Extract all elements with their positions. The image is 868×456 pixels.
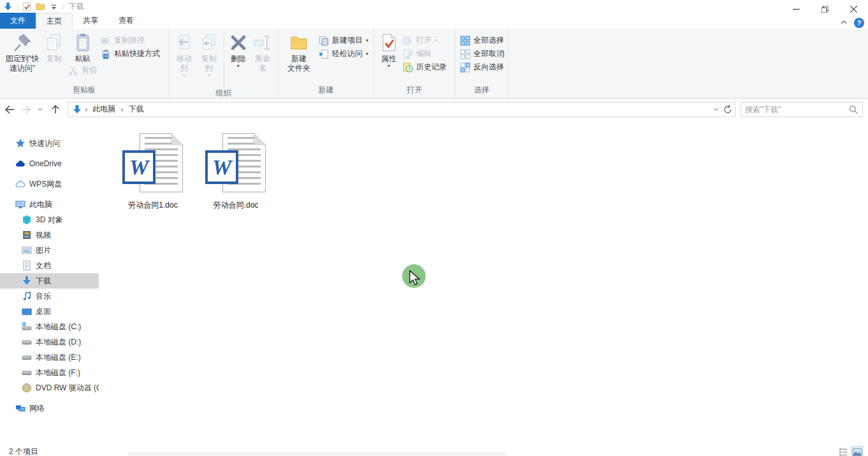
collapse-ribbon-icon[interactable] — [840, 18, 848, 28]
items-count: 2 个项目 — [9, 446, 38, 456]
up-icon[interactable] — [50, 104, 61, 115]
tab-home[interactable]: 主页 — [36, 13, 73, 29]
edit-icon — [403, 49, 413, 59]
sidebar-item-dvd-drive[interactable]: DVD RW 驱动器 (G:) — [0, 380, 99, 395]
new-item-button[interactable]: 新建项目▾ — [317, 34, 370, 47]
copy-to-button[interactable]: 复制到▾ — [196, 31, 221, 78]
tab-file[interactable]: 文件 — [0, 13, 36, 29]
sidebar-item-videos[interactable]: 视频 — [0, 227, 99, 243]
sidebar-item-disk-d[interactable]: 本地磁盘 (D:) — [0, 334, 99, 350]
easy-access-button[interactable]: 轻松访问▾ — [317, 47, 370, 61]
copy-path-button[interactable]: 复制路径 — [99, 34, 162, 47]
sidebar-item-label: 网络 — [29, 403, 45, 414]
properties-icon[interactable] — [22, 2, 32, 11]
breadcrumb-this-pc[interactable]: 此电脑 — [90, 103, 118, 117]
copy-to-icon — [199, 32, 219, 53]
invert-selection-button[interactable]: 反向选择 — [458, 61, 506, 74]
sidebar-item-documents[interactable]: 文档 — [0, 258, 99, 273]
sidebar-item-network[interactable]: 网络 — [0, 401, 99, 416]
divider: | — [17, 3, 18, 10]
file-item[interactable]: W劳动合同.doc — [194, 131, 277, 211]
group-label-clipboard: 剪贴板 — [0, 84, 168, 98]
sidebar-item-wps-cloud[interactable]: WPS网盘 — [0, 176, 99, 192]
ribbon-tab-strip: 文件 主页 共享 查看 ? — [0, 13, 868, 29]
qat-dropdown-icon[interactable] — [49, 2, 59, 11]
back-icon[interactable] — [4, 104, 15, 115]
document-icon — [22, 260, 32, 271]
sidebar-item-label: 快速访问 — [29, 138, 60, 149]
history-icon — [403, 62, 413, 73]
downloads-folder-icon — [72, 104, 82, 115]
file-item[interactable]: W劳动合同1.doc — [112, 131, 194, 211]
files: W劳动合同1.docW劳动合同.doc — [112, 131, 868, 211]
cut-button[interactable]: 剪切 — [66, 64, 99, 77]
address-bar[interactable]: › 此电脑 › 下载 — [68, 102, 735, 117]
sidebar-item-label: 此电脑 — [29, 199, 52, 210]
edit-button[interactable]: 编辑 — [401, 47, 449, 61]
recent-locations-icon[interactable] — [34, 104, 46, 115]
select-all-button[interactable]: 全部选择 — [458, 34, 506, 47]
help-icon[interactable]: ? — [854, 18, 864, 28]
sidebar-item-disk-f[interactable]: 本地磁盘 (F:) — [0, 365, 99, 380]
new-folder-icon — [289, 32, 309, 53]
taskbar-edge-hint — [127, 452, 507, 456]
file-name: 劳动合同1.doc — [128, 200, 177, 211]
word-document-icon: W — [121, 131, 185, 194]
tab-view[interactable]: 查看 — [108, 13, 144, 29]
sidebar-item-disk-c[interactable]: 本地磁盘 (C:) — [0, 319, 99, 334]
sidebar-item-disk-e[interactable]: 本地磁盘 (E:) — [0, 350, 99, 365]
sidebar-item-label: 本地磁盘 (F:) — [36, 367, 80, 378]
forward-icon[interactable] — [20, 104, 32, 115]
word-document-icon: W — [204, 131, 268, 194]
search-icon[interactable] — [848, 104, 858, 115]
desktop-icon — [22, 306, 32, 317]
ribbon-group-organize: 移动到▾ 复制到▾ 删除▾ 重命名 组织 — [169, 29, 278, 98]
open-button[interactable]: 打开▾ — [401, 34, 449, 47]
sidebar-item-desktop[interactable]: 桌面 — [0, 304, 99, 319]
breadcrumb-current[interactable]: 下载 — [126, 103, 147, 117]
computer-icon — [15, 199, 25, 210]
address-dropdown-icon[interactable] — [711, 104, 722, 115]
star-icon — [15, 138, 25, 148]
sidebar-item-label: 图片 — [36, 245, 51, 256]
sidebar-item-label: 桌面 — [36, 306, 51, 317]
deselect-all-button[interactable]: 全部取消 — [458, 47, 506, 61]
copy-button[interactable]: 复制 — [42, 31, 66, 64]
sidebar-item-3d-objects[interactable]: 3D 对象 — [0, 212, 99, 227]
sidebar-item-onedrive[interactable]: OneDrive — [0, 156, 99, 171]
paste-button[interactable]: 粘贴 — [66, 31, 99, 64]
tab-share[interactable]: 共享 — [73, 13, 108, 29]
word-badge: W — [122, 150, 156, 184]
move-to-button[interactable]: 移动到▾ — [171, 31, 196, 78]
large-icons-view-button[interactable] — [851, 446, 863, 456]
drive-windows-icon — [22, 322, 32, 332]
drive-icon — [22, 337, 32, 347]
new-folder-button[interactable]: 新建文件夹 — [281, 31, 317, 73]
properties-button[interactable]: 属性▾ — [377, 31, 401, 68]
divider: | — [62, 3, 64, 10]
delete-icon — [228, 32, 249, 53]
sidebar-item-downloads[interactable]: 下载 — [0, 273, 99, 289]
sidebar-item-pictures[interactable]: 图片 — [0, 243, 99, 258]
cloud-icon — [15, 159, 25, 169]
drive-icon — [22, 367, 32, 378]
group-label-select: 选择 — [456, 84, 508, 98]
history-button[interactable]: 历史记录 — [401, 61, 449, 74]
refresh-icon[interactable] — [722, 104, 734, 115]
sidebar-item-this-pc[interactable]: 此电脑 — [0, 197, 99, 212]
search-input[interactable] — [745, 105, 848, 114]
new-folder-icon[interactable] — [36, 2, 45, 11]
details-view-button[interactable] — [837, 446, 849, 456]
sidebar-item-label: 音乐 — [36, 291, 51, 302]
deselect-all-icon — [460, 49, 470, 59]
sidebar-item-music[interactable]: 音乐 — [0, 289, 99, 304]
paste-shortcut-icon — [101, 49, 111, 59]
word-badge-letter: W — [129, 155, 148, 180]
paste-shortcut-button[interactable]: 粘贴快捷方式 — [99, 47, 162, 61]
sidebar: 快速访问OneDriveWPS网盘此电脑3D 对象视频图片文档下载音乐桌面本地磁… — [0, 120, 99, 446]
file-list-area[interactable]: W劳动合同1.docW劳动合同.doc — [99, 120, 868, 446]
delete-button[interactable]: 删除▾ — [226, 31, 250, 68]
rename-button[interactable]: 重命名 — [250, 31, 275, 73]
pin-to-quick-access-button[interactable]: 固定到“快速访问” — [3, 31, 42, 73]
sidebar-item-quick-access[interactable]: 快速访问 — [0, 136, 99, 151]
